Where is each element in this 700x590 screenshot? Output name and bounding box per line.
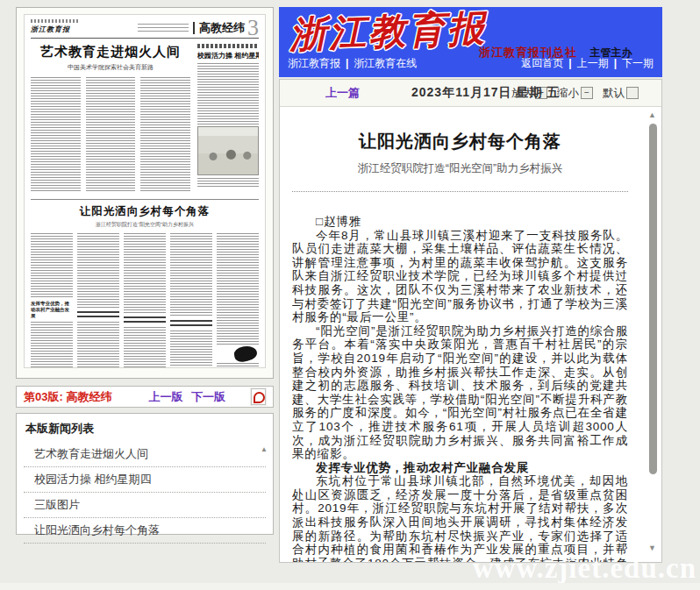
article-text: □赵博雅 今年8月，常山县球川镇三溪村迎来了一支科技服务队。队员们走进蔬菜大棚，… — [292, 215, 628, 562]
top-section: 艺术教育走进烟火人间 中国美术学院探索社会美育新路 校园活力操 相约星期四 — [31, 44, 259, 193]
newspaper-header-left: 浙江教育报 — [31, 19, 80, 34]
text-block — [124, 327, 166, 368]
reader-toolbar: 上一篇 2023年11月17日 星期 五 放大+ 缩小− 默认 — [280, 80, 661, 107]
edition-bar: 第03版: 高教经纬 上一版 下一版 — [16, 386, 274, 408]
pdf-icon-swirl — [254, 392, 265, 403]
news-list: ▲ 艺术教育走进烟火人间 校园活力操 相约星期四 三版图片 让阳光洒向乡村每个角… — [24, 442, 266, 544]
text-column — [77, 233, 119, 368]
site-links: 浙江教育报|浙江教育在线 — [288, 56, 417, 71]
header-rule — [31, 38, 259, 39]
greenhouse-photo — [197, 126, 259, 175]
side-article-headline: 校园活力操 相约星期四 — [197, 51, 259, 60]
text-column — [217, 233, 259, 368]
news-list-panel: 本版新闻列表 ▲ 艺术教育走进烟火人间 校园活力操 相约星期四 三版图片 让阳光… — [16, 413, 274, 535]
edition-label: 第03版: 高教经纬 — [24, 389, 111, 405]
link-prev-issue[interactable]: 上一期 — [577, 57, 609, 69]
article-section-heading: 发挥专业优势，推动农村产业融合发展 — [292, 461, 628, 475]
issue-nav-links: 返回首页|上一期|下一期 — [521, 56, 654, 71]
newspaper-thumbnail-frame: 浙江教育报 高教经纬3 艺术教育走进烟火人间 中国美术学院探索社会美育新路 — [16, 7, 274, 379]
article-panel: 上一篇 2023年11月17日 星期 五 放大+ 缩小− 默认 让阳光洒向乡村每… — [279, 79, 662, 563]
newspaper-header: 浙江教育报 高教经纬3 — [31, 19, 259, 34]
site-logo: 浙江教育报 — [289, 7, 488, 60]
column-subhead-lines — [124, 316, 166, 324]
newspaper-masthead: 浙江教育报 — [31, 25, 80, 34]
link-next-issue[interactable]: 下一期 — [622, 57, 654, 69]
article-subtitle: 浙江经贸职院打造“阳光空间”助力乡村振兴 — [292, 161, 628, 176]
article-paragraph: 今年8月，常山县球川镇三溪村迎来了一支科技服务队。队员们走进蔬菜大棚，采集土壤样… — [292, 229, 628, 324]
bottom-article[interactable]: 让阳光洒向乡村每个角落 浙江经贸职院打造“阳光空间”助力乡村振兴 发挥专业优势，… — [31, 204, 259, 368]
section-divider — [31, 199, 259, 200]
newspaper-date-line — [31, 19, 80, 23]
text-column — [86, 77, 136, 193]
reset-label: 默认 — [603, 86, 625, 101]
page-root: 浙江教育报 高教经纬3 艺术教育走进烟火人间 中国美术学院探索社会美育新路 — [0, 0, 700, 590]
top-article-columns — [31, 77, 190, 193]
side-article-kicker — [197, 44, 259, 48]
text-block — [124, 233, 166, 314]
article-paragraph: 东坑村位于常山县球川镇北部，自然环境优美，却因地处山区资源匮乏，经济发展一度十分… — [292, 474, 628, 562]
zoom-out-label: 缩小 — [557, 86, 579, 101]
text-block — [31, 322, 73, 368]
article-author: □赵博雅 — [292, 215, 628, 229]
text-column — [31, 77, 81, 193]
banner-links-row: 浙江教育报|浙江教育在线 返回首页|上一期|下一期 — [279, 56, 662, 71]
text-block — [31, 233, 73, 298]
bottom-article-headline: 让阳光洒向乡村每个角落 — [31, 204, 259, 219]
edition-nav: 上一版 下一版 — [148, 389, 231, 405]
article-title: 让阳光洒向乡村每个角落 — [292, 130, 628, 153]
text-block — [77, 233, 119, 309]
text-block — [217, 233, 259, 345]
bottom-article-subtitle: 浙江经贸职院打造“阳光空间”助力乡村振兴 — [31, 221, 259, 229]
newspaper-page-number: 3 — [247, 15, 259, 40]
news-list-item[interactable]: 校园活力操 相约星期四 — [24, 467, 266, 493]
separator: | — [614, 57, 617, 69]
bottom-article-columns: 发挥专业优势，推动农村产业融合发展 — [31, 233, 259, 368]
newspaper-header-right: 高教经纬3 — [138, 22, 259, 34]
news-list-item[interactable]: 艺术教育走进烟火人间 — [24, 442, 266, 467]
scroll-up-icon[interactable]: ▲ — [648, 110, 656, 119]
top-article-subtitle: 中国美术学院探索社会美育新路 — [31, 63, 190, 72]
link-zhejiang-education-online[interactable]: 浙江教育在线 — [354, 57, 417, 69]
text-column — [124, 233, 166, 368]
site-banner: 浙江教育报 浙江教育报刊总社 主管主办 浙江教育报|浙江教育在线 返回首页|上一… — [279, 7, 662, 77]
photo-caption — [197, 178, 259, 187]
news-list-title: 本版新闻列表 — [17, 414, 273, 442]
prev-article-link[interactable]: 上一篇 — [325, 85, 360, 101]
pdf-icon[interactable] — [251, 388, 266, 405]
site-watermark: www.zjiet.edu.cn — [473, 552, 696, 585]
scroll-down-icon[interactable]: ▼ — [648, 544, 656, 552]
side-article[interactable]: 校园活力操 相约星期四 — [197, 44, 259, 193]
link-home[interactable]: 返回首页 — [521, 57, 563, 69]
next-edition-link[interactable]: 下一版 — [191, 390, 225, 403]
zoom-out-icon[interactable]: − — [581, 87, 593, 99]
text-block — [217, 363, 259, 368]
top-article[interactable]: 艺术教育走进烟火人间 中国美术学院探索社会美育新路 — [31, 44, 190, 193]
news-list-item[interactable]: 三版图片 — [24, 493, 266, 518]
separator: | — [346, 57, 348, 69]
ink-stamp-graphic — [233, 345, 259, 363]
article-body: 让阳光洒向乡村每个角落 浙江经贸职院打造“阳光空间”助力乡村振兴 □赵博雅 今年… — [292, 107, 628, 562]
text-column — [197, 63, 259, 126]
article-paragraph: “阳光空间”是浙江经贸职院为助力乡村振兴打造的综合服务平台。本着“落实中央政策阳… — [292, 324, 628, 461]
text-column: 发挥专业优势，推动农村产业融合发展 — [31, 233, 73, 368]
reset-box-icon[interactable] — [626, 87, 639, 99]
text-block — [170, 331, 212, 368]
issue-date: 2023年11月17日 星期 五 — [411, 85, 560, 101]
footer-band — [0, 583, 700, 590]
text-column — [140, 77, 190, 193]
text-column — [170, 233, 212, 368]
news-list-item[interactable]: 让阳光洒向乡村每个角落 — [24, 518, 266, 544]
newspaper-section-label: 高教经纬3 — [193, 22, 259, 34]
article-scrollbar[interactable]: ▲ ▼ — [646, 107, 661, 561]
text-block — [170, 233, 212, 317]
link-zhejiang-education-news[interactable]: 浙江教育报 — [288, 57, 340, 69]
newspaper-page-preview[interactable]: 浙江教育报 高教经纬3 艺术教育走进烟火人间 中国美术学院探索社会美育新路 — [24, 14, 266, 368]
scroll-up-icon[interactable]: ▲ — [261, 445, 268, 453]
dotted-separator — [292, 191, 628, 192]
column-subhead-lines — [170, 320, 212, 328]
scrollbar-thumb[interactable] — [649, 124, 657, 474]
prev-edition-link[interactable]: 上一版 — [148, 390, 182, 403]
column-subhead-lines — [77, 311, 119, 319]
separator: | — [568, 57, 571, 69]
top-article-headline: 艺术教育走进烟火人间 — [31, 44, 190, 60]
